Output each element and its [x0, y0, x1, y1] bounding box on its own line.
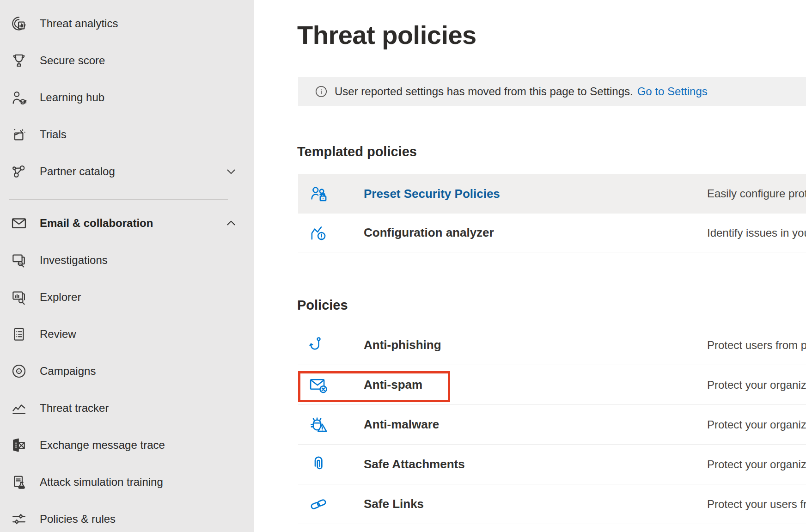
fish-hook-icon [308, 335, 329, 355]
row-description: Protect your organiz [707, 379, 806, 391]
row-description: Identify issues in you [707, 226, 806, 239]
row-anti-malware[interactable]: Anti-malware Protect your organiz [298, 405, 806, 445]
sidebar-item-partner-catalog[interactable]: Partner catalog [0, 153, 254, 190]
row-description: Protect your organiz [707, 418, 806, 431]
trophy-icon [10, 52, 28, 69]
row-label: Anti-spam [364, 378, 623, 392]
sidebar-item-label: Email & collaboration [40, 217, 153, 230]
sidebar-item-policies-rules[interactable]: Policies & rules [0, 501, 254, 532]
row-description: Protect your users fr [707, 498, 806, 511]
sidebar-item-label: Threat tracker [40, 402, 109, 415]
threat-policies-page: Threat analytics Secure score [0, 0, 806, 532]
envelope-icon [10, 214, 28, 232]
documents-magnifier-icon [10, 288, 28, 306]
row-preset-security-policies[interactable]: Preset Security Policies Easily configur… [298, 174, 806, 214]
sidebar-item-label: Exchange message trace [40, 439, 165, 452]
row-label: Safe Links [364, 497, 623, 511]
bug-warning-icon [308, 415, 329, 435]
row-label: Safe Attachments [364, 457, 623, 471]
line-chart-icon [10, 399, 28, 417]
sidebar-item-secure-score[interactable]: Secure score [0, 42, 254, 79]
sidebar-item-label: Campaigns [40, 365, 96, 378]
sidebar-divider [9, 199, 228, 200]
row-label: Configuration analyzer [364, 226, 623, 240]
page-title: Threat policies [297, 18, 476, 52]
row-configuration-analyzer[interactable]: Configuration analyzer Identify issues i… [298, 214, 806, 252]
main-content: Threat policies User reported settings h… [254, 0, 806, 532]
sidebar-item-exchange-message-trace[interactable]: Exchange message trace [0, 427, 254, 464]
graduate-person-icon [10, 89, 28, 106]
sidebar-item-label: Review [40, 328, 76, 341]
sliders-icon [10, 510, 28, 528]
frames-magnifier-icon [10, 251, 28, 269]
network-nodes-icon [10, 163, 28, 180]
envelope-blocked-icon [308, 375, 329, 395]
sidebar-item-label: Attack simulation training [40, 476, 163, 489]
preset-security-policies-icon [308, 183, 329, 204]
info-icon [315, 85, 328, 98]
sidebar-item-learning-hub[interactable]: Learning hub [0, 79, 254, 116]
row-description: Protect your organiz [707, 458, 806, 471]
threat-analytics-icon [10, 15, 28, 32]
exchange-logo-icon [10, 436, 28, 454]
sidebar-item-review[interactable]: Review [0, 316, 254, 353]
row-description: Easily configure prot [707, 187, 806, 200]
paperclip-icon [308, 454, 329, 475]
target-icon [10, 362, 28, 380]
chain-links-icon [308, 494, 329, 514]
sidebar-item-label: Trials [40, 128, 67, 141]
templated-policies-heading: Templated policies [297, 144, 417, 159]
info-banner: User reported settings has moved from th… [298, 77, 806, 106]
row-anti-phishing[interactable]: Anti-phishing Protect users from p [298, 325, 806, 365]
sidebar-item-label: Partner catalog [40, 165, 115, 178]
sidebar-item-attack-simulation-training[interactable]: Attack simulation training [0, 464, 254, 501]
sidebar-item-email-collaboration[interactable]: Email & collaboration [0, 205, 254, 242]
document-flask-icon [10, 473, 28, 491]
sidebar-item-label: Explorer [40, 291, 81, 304]
sidebar-item-campaigns[interactable]: Campaigns [0, 353, 254, 390]
sidebar-item-label: Threat analytics [40, 17, 118, 30]
row-label: Preset Security Policies [364, 187, 623, 201]
chevron-up-icon [225, 217, 237, 229]
clipboard-list-icon [10, 325, 28, 343]
row-safe-attachments[interactable]: Safe Attachments Protect your organiz [298, 445, 806, 484]
sidebar-item-explorer[interactable]: Explorer [0, 279, 254, 316]
sidebar-item-trials[interactable]: Trials [0, 116, 254, 153]
sidebar-item-threat-tracker[interactable]: Threat tracker [0, 390, 254, 427]
banner-message: User reported settings has moved from th… [335, 85, 633, 98]
sidebar-item-label: Learning hub [40, 91, 104, 104]
gift-sparkles-icon [10, 126, 28, 143]
sidebar: Threat analytics Secure score [0, 0, 254, 532]
row-description: Protect users from p [707, 339, 806, 352]
sidebar-item-label: Policies & rules [40, 513, 116, 526]
row-label: Anti-phishing [364, 338, 623, 352]
sidebar-item-label: Secure score [40, 54, 105, 67]
sidebar-item-threat-analytics[interactable]: Threat analytics [0, 5, 254, 42]
sidebar-item-label: Investigations [40, 254, 108, 267]
configuration-analyzer-icon [308, 223, 329, 243]
sidebar-item-investigations[interactable]: Investigations [0, 242, 254, 279]
policies-heading: Policies [297, 298, 348, 312]
chevron-down-icon [225, 165, 237, 177]
row-safe-links[interactable]: Safe Links Protect your users fr [298, 484, 806, 524]
row-anti-spam[interactable]: Anti-spam Protect your organiz [298, 365, 806, 405]
row-label: Anti-malware [364, 417, 623, 432]
go-to-settings-link[interactable]: Go to Settings [637, 85, 708, 98]
